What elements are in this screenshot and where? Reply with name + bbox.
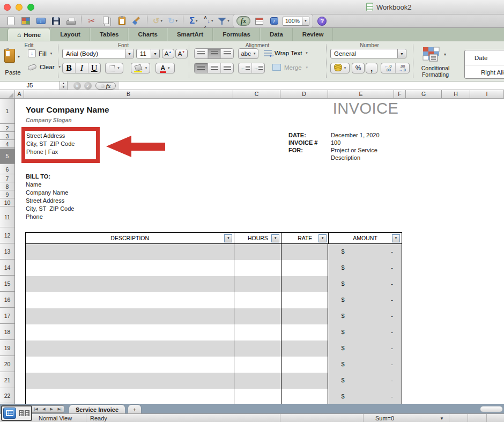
amount-cell[interactable]: $-: [328, 260, 402, 276]
save-button[interactable]: [49, 15, 62, 27]
column-header-H[interactable]: H: [442, 90, 470, 98]
table-cell[interactable]: [281, 244, 329, 260]
number-format-select[interactable]: General▼: [330, 49, 406, 58]
invoice-meta-block[interactable]: DATE: December 1, 2020 INVOICE # 100 FOR…: [288, 131, 380, 161]
print-button[interactable]: [64, 15, 77, 27]
style-item[interactable]: Date: [465, 50, 504, 65]
invoice-meta-row[interactable]: INVOICE # 100: [288, 139, 380, 146]
invoice-table-row[interactable]: $-: [25, 373, 402, 389]
italic-button[interactable]: I: [75, 63, 87, 73]
percent-button[interactable]: %: [352, 63, 365, 73]
tab-review[interactable]: Review: [293, 28, 333, 41]
row-header-1[interactable]: 1: [0, 99, 14, 124]
wrap-text-button[interactable]: Wrap Text ▾: [264, 50, 308, 56]
conditional-formatting-button[interactable]: [423, 47, 442, 65]
amount-cell[interactable]: $-: [328, 340, 402, 357]
template-gallery-button[interactable]: [19, 15, 32, 27]
table-cell[interactable]: [281, 373, 329, 389]
next-sheet-icon[interactable]: ▶: [50, 407, 53, 411]
company-name-cell[interactable]: Your Company Name: [26, 105, 109, 115]
orientation-button[interactable]: abc▾: [238, 48, 258, 59]
table-cell[interactable]: [26, 324, 234, 340]
filter-button[interactable]: ▼: [392, 234, 400, 242]
sum-dropdown-icon[interactable]: ▼: [440, 416, 444, 421]
row-header-15[interactable]: 15: [0, 276, 14, 292]
tab-formulas[interactable]: Formulas: [213, 28, 260, 41]
accept-button[interactable]: ✓: [84, 82, 92, 90]
horizontal-scrollbar-thumb[interactable]: [480, 406, 503, 412]
currency-button[interactable]: ▾: [330, 63, 350, 73]
maximize-button[interactable]: [27, 4, 34, 11]
font-size-select[interactable]: 11▼: [136, 49, 160, 58]
table-cell[interactable]: [234, 276, 281, 292]
table-cell[interactable]: [26, 276, 234, 292]
table-cell[interactable]: [281, 357, 329, 373]
increase-decimal-button[interactable]: ←.0.00: [381, 63, 395, 73]
column-header-B[interactable]: B: [24, 90, 233, 98]
sum-indicator[interactable]: Sum=0: [375, 415, 394, 421]
align-left-button[interactable]: [195, 63, 207, 73]
paste-ribbon-button[interactable]: [4, 49, 15, 63]
row-header-8[interactable]: 8: [0, 183, 14, 190]
select-all-corner[interactable]: [0, 90, 15, 98]
invoice-table-row[interactable]: $-: [25, 308, 402, 324]
paste-button[interactable]: [115, 15, 128, 27]
invoice-meta-row[interactable]: DATE: December 1, 2020: [288, 131, 380, 139]
tab-layout[interactable]: Layout: [50, 28, 90, 41]
row-header-20[interactable]: 20: [0, 357, 14, 372]
row-header-19[interactable]: 19: [0, 340, 14, 356]
invoice-meta-row[interactable]: Description: [288, 154, 380, 161]
invoice-table-row[interactable]: $-: [25, 260, 402, 276]
table-cell[interactable]: [234, 260, 281, 276]
filter-button[interactable]: ▼: [318, 234, 327, 242]
bold-button[interactable]: B: [63, 63, 75, 73]
table-cell[interactable]: [234, 324, 281, 340]
decrease-indent-button[interactable]: ←: [239, 63, 251, 73]
paste-dropdown-icon[interactable]: ▾: [18, 54, 20, 59]
amount-cell[interactable]: $-: [328, 357, 402, 373]
fill-color-button[interactable]: ▾: [131, 63, 150, 73]
column-header-D[interactable]: D: [280, 90, 328, 98]
table-cell[interactable]: [26, 357, 234, 373]
amount-cell[interactable]: $-: [328, 324, 402, 340]
bill-to-line[interactable]: Company Name: [26, 189, 74, 197]
table-header-cell-amount[interactable]: AMOUNT▼: [329, 233, 402, 243]
sheet-nav-buttons[interactable]: |◀ ◀ ▶ ▶|: [31, 405, 64, 413]
column-header-G[interactable]: G: [406, 90, 442, 98]
dropdown-icon[interactable]: ▼: [397, 49, 406, 58]
decrease-decimal-button[interactable]: .00→.0: [395, 63, 409, 73]
insert-function-button[interactable]: fx: [95, 82, 116, 90]
table-cell[interactable]: [234, 389, 281, 404]
table-cell[interactable]: [234, 357, 281, 373]
merge-button[interactable]: Merge ▾: [272, 64, 308, 71]
prev-sheet-icon[interactable]: ◀: [42, 407, 45, 411]
table-header-cell-hours[interactable]: HOURS▼: [234, 233, 281, 243]
first-sheet-icon[interactable]: |◀: [34, 407, 38, 411]
align-center-button[interactable]: [207, 63, 220, 73]
align-bottom-button[interactable]: [220, 49, 233, 58]
tab-charts[interactable]: Charts: [128, 28, 167, 41]
table-cell[interactable]: [26, 292, 234, 308]
zoom-control[interactable]: 100%▼: [283, 15, 309, 27]
sort-button[interactable]: AZ↓ ▾: [202, 15, 215, 27]
table-header-cell-rate[interactable]: RATE▼: [281, 233, 329, 243]
table-cell[interactable]: [26, 244, 234, 260]
name-box-stepper[interactable]: ▲▼: [60, 82, 68, 90]
bill-to-block[interactable]: BILL TO: NameCompany NameStreet AddressC…: [26, 173, 74, 221]
row-header-6[interactable]: 6: [0, 165, 14, 174]
invoice-table-row[interactable]: $-: [25, 276, 402, 292]
amount-cell[interactable]: $-: [328, 276, 402, 292]
invoice-table-row[interactable]: $-: [25, 340, 402, 357]
row-header-9[interactable]: 9: [0, 191, 14, 198]
bill-to-line[interactable]: Phone: [26, 213, 74, 221]
style-item[interactable]: Right Aligned: [465, 65, 504, 79]
dropdown-icon[interactable]: ▼: [151, 49, 159, 58]
table-cell[interactable]: [234, 340, 281, 357]
row-header-10[interactable]: 10: [0, 199, 14, 206]
format-painter-button[interactable]: [130, 15, 143, 27]
sheet-tab-service-invoice[interactable]: Service Invoice: [69, 404, 125, 414]
row-header-14[interactable]: 14: [0, 260, 14, 276]
bill-to-line[interactable]: City, ST ZIP Code: [26, 205, 74, 213]
table-cell[interactable]: [26, 260, 234, 276]
column-header-A[interactable]: A: [15, 90, 24, 98]
